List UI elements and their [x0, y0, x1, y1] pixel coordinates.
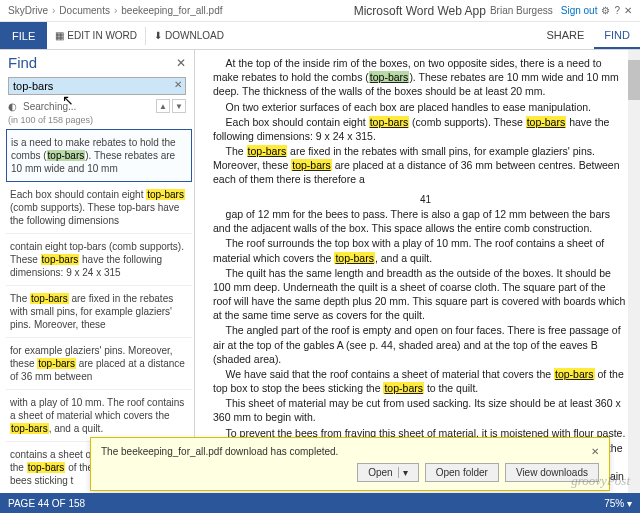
- highlight: top-bars: [146, 189, 185, 200]
- highlight: top-bars: [41, 254, 80, 265]
- notification-message: The beekeeping_for_all.pdf download has …: [101, 446, 338, 457]
- close-icon[interactable]: ✕: [624, 5, 632, 16]
- breadcrumb-folder[interactable]: Documents: [59, 5, 110, 16]
- search-progress: (in 100 of 158 pages): [0, 115, 194, 129]
- search-input[interactable]: [8, 77, 186, 95]
- doc-paragraph: This sheet of material may be cut from u…: [213, 396, 626, 424]
- highlight: top-bars: [334, 252, 375, 264]
- file-tab[interactable]: FILE: [0, 22, 47, 49]
- highlight: top-bars: [47, 150, 86, 161]
- settings-icon[interactable]: ⚙: [601, 5, 610, 16]
- doc-paragraph: The roof surrounds the top box with a pl…: [213, 236, 626, 264]
- highlight: top-bars: [526, 116, 567, 128]
- doc-paragraph: We have said that the roof contains a sh…: [213, 367, 626, 395]
- breadcrumb-file[interactable]: beekeeping_for_all.pdf: [121, 5, 222, 16]
- breadcrumb-root[interactable]: SkyDrive: [8, 5, 48, 16]
- search-result[interactable]: Each box should contain eight top-bars (…: [6, 182, 192, 234]
- zoom-level[interactable]: 75% ▾: [604, 498, 632, 509]
- find-tab[interactable]: FIND: [594, 23, 640, 49]
- highlight: top-bars: [383, 382, 424, 394]
- document-view[interactable]: At the top of the inside rim of the boxe…: [195, 50, 640, 490]
- clear-icon[interactable]: ✕: [174, 79, 182, 90]
- results-list[interactable]: is a need to make rebates to hold the co…: [0, 129, 194, 490]
- watermark: groovyPost: [571, 473, 630, 489]
- doc-paragraph: Each box should contain eight top-bars (…: [213, 115, 626, 143]
- ribbon: FILE ▦EDIT IN WORD ⬇DOWNLOAD SHARE FIND: [0, 22, 640, 50]
- scrollbar-thumb[interactable]: [628, 60, 640, 100]
- page-number: 41: [213, 193, 626, 207]
- highlight: top-bars: [247, 145, 288, 157]
- search-status: Searching...: [23, 101, 76, 112]
- app-title: Microsoft Word Web App: [354, 4, 486, 18]
- title-bar: SkyDrive › Documents › beekeeping_for_al…: [0, 0, 640, 22]
- doc-paragraph: The quilt has the same length and breadt…: [213, 266, 626, 323]
- doc-paragraph: The top-bars are fixed in the rebates wi…: [213, 144, 626, 187]
- download-button[interactable]: ⬇DOWNLOAD: [146, 22, 232, 49]
- highlight: top-bars: [291, 159, 332, 171]
- open-folder-button[interactable]: Open folder: [425, 463, 499, 482]
- open-button[interactable]: Open▾: [357, 463, 418, 482]
- help-icon[interactable]: ?: [614, 5, 620, 16]
- search-result[interactable]: for example glaziers' pins. Moreover, th…: [6, 338, 192, 390]
- doc-paragraph: On two exterior surfaces of each box are…: [213, 100, 626, 114]
- chevron-right-icon: ›: [52, 5, 55, 16]
- highlight: top-bars: [37, 358, 76, 369]
- next-result-button[interactable]: ▼: [172, 99, 186, 113]
- search-result[interactable]: The top-bars are fixed in the rebates wi…: [6, 286, 192, 338]
- doc-paragraph: gap of 12 mm for the bees to pass. There…: [213, 207, 626, 235]
- prev-result-button[interactable]: ▲: [156, 99, 170, 113]
- share-tab[interactable]: SHARE: [536, 23, 594, 49]
- chevron-right-icon: ›: [114, 5, 117, 16]
- search-result[interactable]: contain eight top-bars (comb supports). …: [6, 234, 192, 286]
- highlight: top-bars: [27, 462, 66, 473]
- search-result[interactable]: is a need to make rebates to hold the co…: [6, 129, 192, 182]
- search-result[interactable]: with a play of 10 mm. The roof contains …: [6, 390, 192, 442]
- user-name: Brian Burgess: [490, 5, 553, 16]
- doc-paragraph: The angled part of the roof is empty and…: [213, 323, 626, 366]
- highlight: top-bars: [10, 423, 49, 434]
- sign-out-link[interactable]: Sign out: [561, 5, 598, 16]
- close-icon[interactable]: ✕: [591, 446, 599, 457]
- edit-in-word-button[interactable]: ▦EDIT IN WORD: [47, 22, 145, 49]
- breadcrumb: SkyDrive › Documents › beekeeping_for_al…: [8, 5, 350, 16]
- download-icon: ⬇: [154, 30, 162, 41]
- find-panel: Find ✕ ✕ ◐ Searching... ▲ ▼ (in 100 of 1…: [0, 50, 195, 490]
- download-notification: The beekeeping_for_all.pdf download has …: [90, 437, 610, 491]
- chevron-down-icon: ▾: [398, 467, 408, 478]
- highlight-current: top-bars: [369, 71, 410, 83]
- status-bar: PAGE 44 OF 158 75% ▾: [0, 493, 640, 513]
- highlight: top-bars: [554, 368, 595, 380]
- page-indicator[interactable]: PAGE 44 OF 158: [8, 498, 85, 509]
- close-icon[interactable]: ✕: [176, 56, 186, 70]
- doc-paragraph: At the top of the inside rim of the boxe…: [213, 56, 626, 99]
- spinner-icon: ◐: [8, 101, 17, 112]
- word-icon: ▦: [55, 30, 64, 41]
- find-panel-title: Find: [8, 54, 37, 71]
- highlight: top-bars: [369, 116, 410, 128]
- highlight: top-bars: [30, 293, 69, 304]
- scrollbar-track[interactable]: [628, 50, 640, 493]
- main-area: Find ✕ ✕ ◐ Searching... ▲ ▼ (in 100 of 1…: [0, 50, 640, 490]
